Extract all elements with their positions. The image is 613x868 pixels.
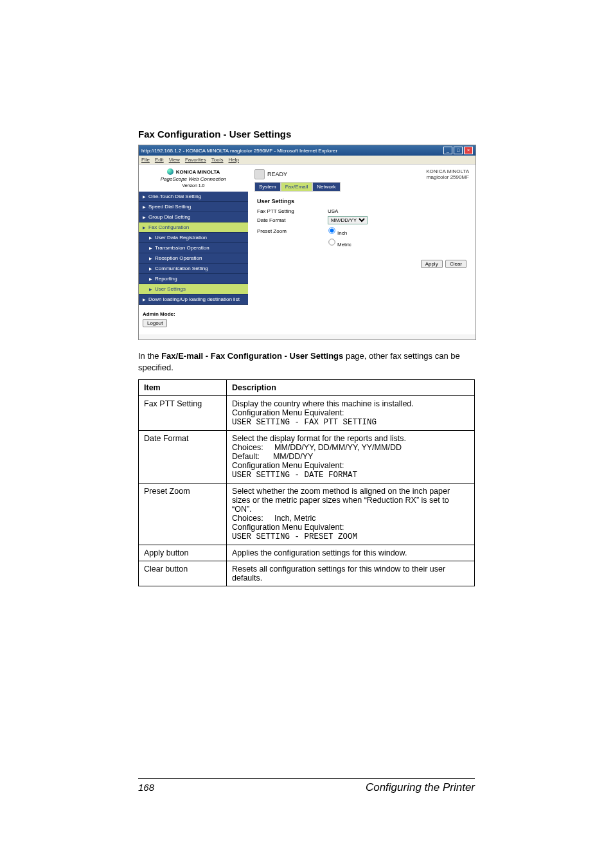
page-number: 168 [138,782,154,793]
sidebar-item-label: Fax Configuration [148,224,189,230]
status-block: READY [254,168,287,180]
sidebar-item-label: Down loading/Up loading destination list [148,296,240,302]
button-row: Apply Clear [248,256,475,272]
table-row: Apply buttonApplies the configuration se… [139,545,475,561]
label-date-format: Date Format [257,217,328,223]
close-icon[interactable]: × [464,147,473,154]
sidebar-item-label: Transmission Operation [155,245,209,251]
browser-window: http://192.168.1.2 - KONICA MINOLTA magi… [138,145,476,340]
nav-arrow-icon: ▶ [143,225,146,230]
description-table: Item Description Fax PTT SettingDisplay … [138,379,475,586]
sidebar-item-label: Speed Dial Setting [148,204,191,210]
content-heading: User Settings [257,198,466,204]
tab-network[interactable]: Network [312,182,340,192]
sidebar-item-7[interactable]: ▶Communication Setting [139,264,248,274]
nav-arrow-icon: ▶ [149,256,152,260]
menu-help[interactable]: Help [228,157,238,163]
radio-metric-text: Metric [337,242,351,248]
sidebar-item-label: User Settings [155,286,186,292]
code-line: USER SETTING - PRESET ZOOM [232,532,357,541]
product-id: KONICA MINOLTA magicolor 2590MF [426,168,469,180]
nav-arrow-icon: ▶ [149,235,152,240]
logo-globe-icon [167,168,173,175]
sidebar-item-2[interactable]: ▶Group Dial Setting [139,212,248,222]
nav-arrow-icon: ▶ [143,194,146,199]
tab-fax-email[interactable]: Fax/Email [281,182,313,192]
nav-arrow-icon: ▶ [149,276,152,281]
cell-description: Select whether the zoom method is aligne… [227,484,475,545]
nav-arrow-icon: ▶ [143,297,146,302]
nav-arrow-icon: ▶ [143,204,146,209]
printer-icon [254,169,265,179]
row-preset-zoom: Preset Zoom Inch [257,226,466,236]
maximize-icon[interactable]: □ [454,147,463,154]
value-fax-ptt: USA [328,208,392,214]
select-date-format[interactable]: MM/DD/YY [328,216,368,224]
table-row: Fax PTT SettingDisplay the country where… [139,396,475,431]
menu-view[interactable]: View [169,157,180,163]
nav-arrow-icon: ▶ [149,266,152,271]
sidebar-item-5[interactable]: ▶Transmission Operation [139,243,248,253]
table-row: Date FormatSelect the display format for… [139,431,475,484]
cell-item: Fax PTT Setting [139,396,227,431]
code-line: USER SETTING - FAX PTT SETTING [232,418,377,427]
radio-inch-text: Inch [337,230,347,236]
th-item: Item [139,380,227,396]
sidebar-item-6[interactable]: ▶Reception Operation [139,253,248,264]
admin-mode-label: Admin Mode: [143,311,244,317]
label-fax-ptt: Fax PTT Setting [257,208,328,214]
sidebar-item-10[interactable]: ▶Down loading/Up loading destination lis… [139,294,248,305]
cell-description: Resets all configuration settings for th… [227,561,475,586]
table-header-row: Item Description [139,380,475,396]
table-row: Preset ZoomSelect whether the zoom metho… [139,484,475,545]
cell-item: Date Format [139,431,227,484]
nav-arrow-icon: ▶ [143,215,146,219]
sidebar-item-label: Group Dial Setting [148,214,190,220]
footer-title: Configuring the Printer [366,781,475,794]
radio-metric-label[interactable]: Metric [328,242,351,248]
sidebar-item-4[interactable]: ▶User Data Registration [139,233,248,243]
intro-bold: Fax/E-mail - Fax Configuration - User Se… [161,351,343,361]
ie-menubar: File Edit View Favorites Tools Help [139,156,475,165]
main-panel: READY KONICA MINOLTA magicolor 2590MF Sy… [248,165,475,334]
sidebar-item-9[interactable]: ▶User Settings [139,284,248,294]
cell-item: Apply button [139,545,227,561]
cell-item: Preset Zoom [139,484,227,545]
radio-metric[interactable] [328,239,335,245]
cell-description: Applies the configuration settings for t… [227,545,475,561]
nav-arrow-icon: ▶ [149,287,152,291]
tabbar: System Fax/Email Network [248,182,475,192]
tab-system[interactable]: System [254,182,281,192]
cell-description: Select the display format for the report… [227,431,475,484]
content-area: User Settings Fax PTT Setting USA Date F… [248,192,475,256]
logout-button[interactable]: Logout [143,319,167,327]
sidebar-item-0[interactable]: ▶One-Touch Dial Setting [139,192,248,202]
brand-block: KONICA MINOLTA PageScope Web Connection … [139,165,248,192]
sidebar-item-label: User Data Registration [155,235,207,240]
table-row: Clear buttonResets all configuration set… [139,561,475,586]
row-preset-zoom-metric: Metric [257,238,466,248]
window-title: http://192.168.1.2 - KONICA MINOLTA magi… [141,148,337,154]
sidebar-item-1[interactable]: ▶Speed Dial Setting [139,202,248,212]
product-line1: KONICA MINOLTA [426,168,469,174]
section-heading: Fax Configuration - User Settings [138,129,475,140]
menu-edit[interactable]: Edit [155,157,164,163]
radio-inch[interactable] [328,227,335,233]
window-buttons: _ □ × [443,147,473,154]
th-description: Description [227,380,475,396]
sidebar-item-label: One-Touch Dial Setting [148,194,201,199]
sidebar-item-3[interactable]: ▶Fax Configuration [139,222,248,233]
product-line2: magicolor 2590MF [426,174,469,180]
radio-inch-label[interactable]: Inch [328,230,347,236]
menu-file[interactable]: File [141,157,150,163]
clear-button[interactable]: Clear [445,260,466,268]
sidebar-item-label: Reporting [155,276,177,282]
sidebar-item-8[interactable]: ▶Reporting [139,274,248,284]
brand-version: Version 1.0 [143,183,244,188]
minimize-icon[interactable]: _ [443,147,452,154]
brand-name: KONICA MINOLTA [176,169,220,175]
apply-button[interactable]: Apply [421,260,443,268]
menu-tools[interactable]: Tools [211,157,224,163]
intro-paragraph: In the Fax/E-mail - Fax Configuration - … [138,350,475,373]
menu-favorites[interactable]: Favorites [185,157,206,163]
